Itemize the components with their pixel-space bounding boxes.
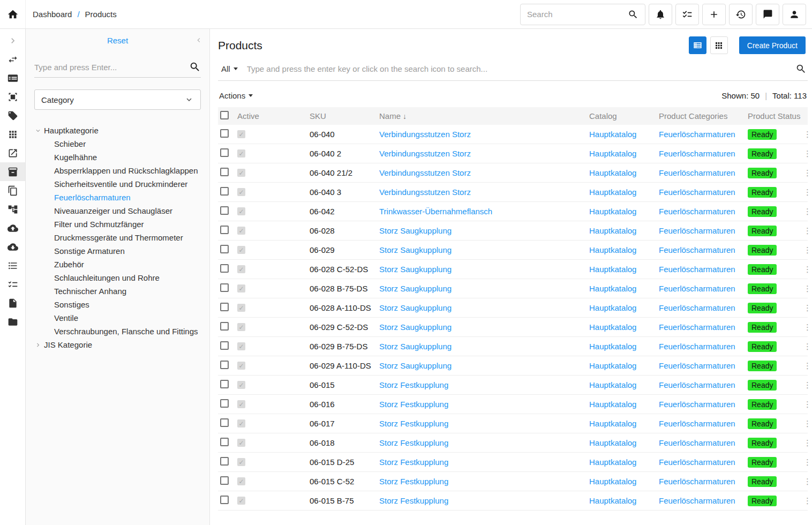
row-select-checkbox[interactable] — [220, 168, 229, 176]
product-name-link[interactable]: Storz Saugkupplung — [379, 322, 452, 332]
catalog-link[interactable]: Hauptkatalog — [589, 496, 636, 505]
tree-item-druckmessgeräte-und-thermometer[interactable]: Druckmessgeräte und Thermometer — [34, 231, 201, 244]
collapse-panel-icon[interactable] — [194, 36, 203, 44]
row-select-checkbox[interactable] — [220, 245, 229, 253]
rail-item-open-in-new[interactable] — [0, 144, 25, 162]
catalog-link[interactable]: Hauptkatalog — [589, 438, 636, 447]
catalog-link[interactable]: Hauptkatalog — [589, 207, 636, 216]
row-select-checkbox[interactable] — [220, 226, 229, 234]
column-header-name[interactable]: Name↓ — [379, 111, 589, 121]
row-menu-button[interactable]: ⋮ — [803, 363, 811, 369]
row-menu-button[interactable]: ⋮ — [803, 460, 811, 465]
rail-item-bullet-list[interactable] — [0, 256, 25, 275]
product-categories-link[interactable]: Feuerlöscharmaturen — [659, 265, 735, 274]
global-search-input[interactable] — [527, 10, 628, 19]
rail-item-grid[interactable] — [0, 125, 25, 144]
row-menu-button[interactable]: ⋮ — [803, 402, 811, 407]
tree-item-hauptkategorie[interactable]: Hauptkategorie — [34, 124, 201, 137]
tree-item-filter-und-schmutzfänger[interactable]: Filter und Schmutzfänger — [34, 218, 201, 231]
tree-item-ventile[interactable]: Ventile — [34, 311, 201, 325]
product-categories-link[interactable]: Feuerlöscharmaturen — [659, 322, 735, 332]
actions-dropdown[interactable]: Actions — [219, 91, 253, 100]
row-select-checkbox[interactable] — [220, 380, 229, 388]
row-menu-button[interactable]: ⋮ — [803, 325, 811, 330]
tree-item-sonstige-armaturen[interactable]: Sonstige Armaturen — [34, 244, 201, 258]
search-icon[interactable] — [189, 61, 201, 73]
row-select-checkbox[interactable] — [220, 148, 229, 157]
rail-item-cloud-download[interactable] — [0, 237, 25, 256]
rail-item-checklist[interactable] — [0, 275, 25, 294]
rail-item-tag[interactable] — [0, 106, 25, 125]
catalog-link[interactable]: Hauptkatalog — [589, 400, 636, 409]
row-menu-button[interactable]: ⋮ — [803, 132, 811, 137]
rail-item-sitemap[interactable] — [0, 200, 25, 219]
row-menu-button[interactable]: ⋮ — [803, 344, 811, 349]
catalog-link[interactable]: Hauptkatalog — [589, 130, 636, 139]
row-select-checkbox[interactable] — [220, 457, 229, 466]
notifications-button[interactable] — [649, 4, 672, 25]
product-categories-link[interactable]: Feuerlöscharmaturen — [659, 342, 735, 351]
rail-item-table[interactable] — [0, 69, 25, 87]
row-menu-button[interactable]: ⋮ — [803, 228, 811, 234]
row-menu-button[interactable]: ⋮ — [803, 170, 811, 176]
history-button[interactable] — [729, 4, 753, 25]
row-select-checkbox[interactable] — [220, 496, 229, 504]
row-menu-button[interactable]: ⋮ — [803, 498, 811, 504]
product-name-link[interactable]: Storz Festkupplung — [379, 380, 448, 389]
rail-item-cloud-upload[interactable] — [0, 219, 25, 237]
row-select-checkbox[interactable] — [220, 283, 229, 292]
catalog-link[interactable]: Hauptkatalog — [589, 149, 636, 158]
product-categories-link[interactable]: Feuerlöscharmaturen — [659, 188, 735, 197]
row-select-checkbox[interactable] — [220, 303, 229, 311]
product-name-link[interactable]: Storz Saugkupplung — [379, 284, 452, 293]
catalog-link[interactable]: Hauptkatalog — [589, 245, 636, 254]
row-select-checkbox[interactable] — [220, 129, 229, 138]
row-menu-button[interactable]: ⋮ — [803, 382, 811, 388]
product-name-link[interactable]: Verbindungsstutzen Storz — [379, 188, 471, 197]
product-categories-link[interactable]: Feuerlöscharmaturen — [659, 496, 735, 505]
catalog-link[interactable]: Hauptkatalog — [589, 188, 636, 197]
tree-item-zubehör[interactable]: Zubehör — [34, 258, 201, 271]
tree-item-sonstiges[interactable]: Sonstiges — [34, 298, 201, 311]
grid-view-toggle[interactable] — [710, 36, 728, 54]
catalog-link[interactable]: Hauptkatalog — [589, 284, 636, 293]
product-categories-link[interactable]: Feuerlöscharmaturen — [659, 419, 735, 428]
reset-filters-link[interactable]: Reset — [107, 36, 128, 45]
product-categories-link[interactable]: Feuerlöscharmaturen — [659, 400, 735, 409]
list-view-toggle[interactable] — [689, 36, 706, 54]
row-select-checkbox[interactable] — [220, 264, 229, 273]
row-select-checkbox[interactable] — [220, 399, 229, 408]
product-name-link[interactable]: Verbindungsstutzen Storz — [379, 130, 471, 139]
row-menu-button[interactable]: ⋮ — [803, 151, 811, 156]
catalog-link[interactable]: Hauptkatalog — [589, 477, 636, 486]
row-select-checkbox[interactable] — [220, 187, 229, 196]
product-categories-link[interactable]: Feuerlöscharmaturen — [659, 245, 735, 254]
tree-item-absperrklappen-und-rückschlagklappen[interactable]: Absperrklappen und Rückschlagklappen — [34, 164, 201, 177]
product-name-link[interactable]: Verbindungsstutzen Storz — [379, 149, 471, 158]
catalog-link[interactable]: Hauptkatalog — [589, 458, 636, 467]
product-categories-link[interactable]: Feuerlöscharmaturen — [659, 168, 735, 177]
row-select-checkbox[interactable] — [220, 438, 229, 446]
product-name-link[interactable]: Storz Saugkupplung — [379, 245, 452, 254]
column-header-sku[interactable]: SKU — [310, 111, 379, 121]
tree-item-sicherheitsventile-und-druckminderer[interactable]: Sicherheitsventile und Druckminderer — [34, 177, 201, 191]
tree-item-niveauanzeiger-und-schaugläser[interactable]: Niveauanzeiger und Schaugläser — [34, 204, 201, 218]
rail-item-file[interactable] — [0, 294, 25, 312]
product-categories-link[interactable]: Feuerlöscharmaturen — [659, 207, 735, 216]
catalog-link[interactable]: Hauptkatalog — [589, 168, 636, 177]
column-header-product-categories[interactable]: Product Categories — [659, 111, 748, 121]
product-name-link[interactable]: Storz Saugkupplung — [379, 361, 452, 370]
tree-item-kugelhähne[interactable]: Kugelhähne — [34, 151, 201, 164]
row-select-checkbox[interactable] — [220, 476, 229, 485]
column-header-product-status[interactable]: Product Status — [748, 111, 803, 121]
product-categories-link[interactable]: Feuerlöscharmaturen — [659, 226, 735, 235]
rail-item-copy[interactable] — [0, 181, 25, 200]
product-name-link[interactable]: Trinkwasser-Übernahmeflansch — [379, 207, 492, 216]
product-categories-link[interactable]: Feuerlöscharmaturen — [659, 458, 735, 467]
catalog-link[interactable]: Hauptkatalog — [589, 322, 636, 332]
product-name-link[interactable]: Storz Saugkupplung — [379, 303, 452, 312]
product-name-link[interactable]: Storz Saugkupplung — [379, 226, 452, 235]
row-menu-button[interactable]: ⋮ — [803, 190, 811, 195]
product-name-link[interactable]: Storz Festkupplung — [379, 496, 448, 505]
product-categories-link[interactable]: Feuerlöscharmaturen — [659, 130, 735, 139]
